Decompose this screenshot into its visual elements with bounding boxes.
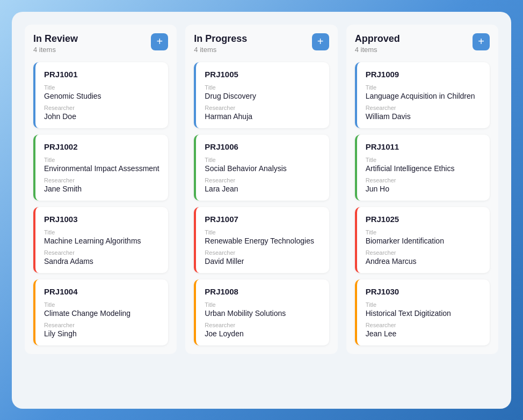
card-title-label-PRJ1009: Title bbox=[366, 84, 481, 91]
card-id-PRJ1025: PRJ1025 bbox=[366, 215, 481, 224]
card-PRJ1004[interactable]: PRJ1004TitleClimate Change ModelingResea… bbox=[33, 279, 168, 345]
card-title-label-PRJ1005: Title bbox=[205, 84, 320, 91]
card-title-value-PRJ1001: Genomic Studies bbox=[44, 92, 159, 100]
card-title-label-PRJ1003: Title bbox=[44, 229, 159, 235]
card-researcher-value-PRJ1011: Jun Ho bbox=[366, 185, 481, 193]
card-researcher-value-PRJ1007: David Miller bbox=[205, 257, 320, 266]
card-PRJ1003[interactable]: PRJ1003TitleMachine Learning AlgorithmsR… bbox=[33, 207, 168, 273]
card-researcher-label-PRJ1011: Researcher bbox=[366, 177, 481, 183]
column-in-progress: In Progress4 items+PRJ1005TitleDrug Disc… bbox=[185, 25, 337, 354]
card-id-PRJ1004: PRJ1004 bbox=[44, 287, 159, 296]
card-title-value-PRJ1007: Renewable Energy Technologies bbox=[205, 237, 320, 245]
card-researcher-value-PRJ1030: Jean Lee bbox=[366, 329, 481, 338]
card-id-PRJ1011: PRJ1011 bbox=[366, 142, 481, 151]
card-researcher-label-PRJ1009: Researcher bbox=[366, 105, 481, 111]
card-researcher-label-PRJ1008: Researcher bbox=[205, 322, 320, 328]
card-title-label-PRJ1002: Title bbox=[44, 157, 159, 163]
card-id-PRJ1003: PRJ1003 bbox=[44, 215, 159, 224]
board-container: In Review4 items+PRJ1001TitleGenomic Stu… bbox=[12, 12, 511, 409]
card-title-value-PRJ1003: Machine Learning Algorithms bbox=[44, 237, 159, 245]
card-id-PRJ1009: PRJ1009 bbox=[366, 70, 481, 79]
card-id-PRJ1001: PRJ1001 bbox=[44, 70, 159, 79]
card-id-PRJ1006: PRJ1006 bbox=[205, 142, 320, 151]
card-title-value-PRJ1005: Drug Discovery bbox=[205, 92, 320, 100]
card-researcher-label-PRJ1007: Researcher bbox=[205, 249, 320, 256]
card-researcher-value-PRJ1004: Lily Singh bbox=[44, 329, 159, 338]
card-title-label-PRJ1001: Title bbox=[44, 84, 159, 91]
card-researcher-value-PRJ1003: Sandra Adams bbox=[44, 257, 159, 266]
card-PRJ1005[interactable]: PRJ1005TitleDrug DiscoveryResearcherHarm… bbox=[194, 62, 329, 128]
column-title-in-review: In Review bbox=[33, 33, 78, 45]
card-title-label-PRJ1011: Title bbox=[366, 157, 481, 163]
card-PRJ1008[interactable]: PRJ1008TitleUrban Mobility SolutionsRese… bbox=[194, 279, 329, 345]
card-title-value-PRJ1011: Artificial Intelligence Ethics bbox=[366, 164, 481, 173]
card-id-PRJ1030: PRJ1030 bbox=[366, 287, 481, 296]
column-approved: Approved4 items+PRJ1009TitleLanguage Acq… bbox=[346, 25, 498, 354]
column-header-in-progress: In Progress4 items+ bbox=[194, 33, 329, 54]
column-in-review: In Review4 items+PRJ1001TitleGenomic Stu… bbox=[25, 25, 177, 354]
card-title-label-PRJ1006: Title bbox=[205, 157, 320, 163]
column-header-in-review: In Review4 items+ bbox=[33, 33, 168, 54]
card-title-value-PRJ1004: Climate Change Modeling bbox=[44, 309, 159, 318]
card-researcher-label-PRJ1004: Researcher bbox=[44, 322, 159, 328]
add-button-in-review[interactable]: + bbox=[151, 33, 168, 50]
card-title-label-PRJ1004: Title bbox=[44, 301, 159, 308]
card-PRJ1001[interactable]: PRJ1001TitleGenomic StudiesResearcherJoh… bbox=[33, 62, 168, 128]
card-researcher-value-PRJ1001: John Doe bbox=[44, 112, 159, 121]
card-title-label-PRJ1030: Title bbox=[366, 301, 481, 308]
column-title-approved: Approved bbox=[355, 33, 400, 45]
card-researcher-label-PRJ1003: Researcher bbox=[44, 249, 159, 256]
card-PRJ1009[interactable]: PRJ1009TitleLanguage Acquisition in Chil… bbox=[355, 62, 490, 128]
card-researcher-label-PRJ1001: Researcher bbox=[44, 105, 159, 111]
card-id-PRJ1005: PRJ1005 bbox=[205, 70, 320, 79]
card-PRJ1007[interactable]: PRJ1007TitleRenewable Energy Technologie… bbox=[194, 207, 329, 273]
card-PRJ1025[interactable]: PRJ1025TitleBiomarker IdentificationRese… bbox=[355, 207, 490, 273]
card-PRJ1030[interactable]: PRJ1030TitleHistorical Text Digitization… bbox=[355, 279, 490, 345]
column-count-in-progress: 4 items bbox=[194, 46, 247, 54]
card-PRJ1002[interactable]: PRJ1002TitleEnvironmental Impact Assessm… bbox=[33, 135, 168, 201]
card-title-value-PRJ1002: Environmental Impact Assessment bbox=[44, 164, 159, 173]
column-header-approved: Approved4 items+ bbox=[355, 33, 490, 54]
card-title-label-PRJ1007: Title bbox=[205, 229, 320, 235]
card-title-value-PRJ1006: Social Behavior Analysis bbox=[205, 164, 320, 173]
card-PRJ1006[interactable]: PRJ1006TitleSocial Behavior AnalysisRese… bbox=[194, 135, 329, 201]
card-researcher-value-PRJ1008: Joe Loyden bbox=[205, 329, 320, 338]
card-researcher-label-PRJ1002: Researcher bbox=[44, 177, 159, 183]
card-researcher-label-PRJ1006: Researcher bbox=[205, 177, 320, 183]
card-researcher-value-PRJ1025: Andrea Marcus bbox=[366, 257, 481, 266]
add-button-in-progress[interactable]: + bbox=[312, 33, 329, 50]
column-title-in-progress: In Progress bbox=[194, 33, 247, 45]
card-researcher-label-PRJ1025: Researcher bbox=[366, 249, 481, 256]
card-title-value-PRJ1030: Historical Text Digitization bbox=[366, 309, 481, 318]
card-researcher-label-PRJ1030: Researcher bbox=[366, 322, 481, 328]
card-researcher-value-PRJ1009: William Davis bbox=[366, 112, 481, 121]
card-PRJ1011[interactable]: PRJ1011TitleArtificial Intelligence Ethi… bbox=[355, 135, 490, 201]
add-button-approved[interactable]: + bbox=[473, 33, 490, 50]
column-count-in-review: 4 items bbox=[33, 46, 78, 54]
card-researcher-value-PRJ1006: Lara Jean bbox=[205, 185, 320, 193]
card-researcher-value-PRJ1002: Jane Smith bbox=[44, 185, 159, 193]
column-count-approved: 4 items bbox=[355, 46, 400, 54]
card-title-label-PRJ1025: Title bbox=[366, 229, 481, 235]
card-researcher-label-PRJ1005: Researcher bbox=[205, 105, 320, 111]
card-id-PRJ1002: PRJ1002 bbox=[44, 142, 159, 151]
board: In Review4 items+PRJ1001TitleGenomic Stu… bbox=[25, 25, 498, 354]
card-title-value-PRJ1008: Urban Mobility Solutions bbox=[205, 309, 320, 318]
card-title-value-PRJ1009: Language Acquisition in Children bbox=[366, 92, 481, 100]
card-title-label-PRJ1008: Title bbox=[205, 301, 320, 308]
card-researcher-value-PRJ1005: Harman Ahuja bbox=[205, 112, 320, 121]
card-title-value-PRJ1025: Biomarker Identification bbox=[366, 237, 481, 245]
card-id-PRJ1007: PRJ1007 bbox=[205, 215, 320, 224]
card-id-PRJ1008: PRJ1008 bbox=[205, 287, 320, 296]
